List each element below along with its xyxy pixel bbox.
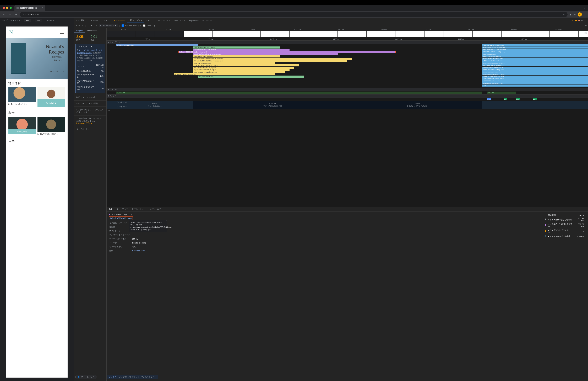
reload-record-icon[interactable]: ⟳ <box>79 24 80 27</box>
new-tab-button[interactable]: + <box>47 6 51 10</box>
phases-track[interactable]: イアウト シフト スレッドプール 520 msリソース読み込…1,358 msリ… <box>106 101 588 109</box>
tab-sources[interactable]: ソース <box>100 18 109 23</box>
network-track[interactable]: n-recipes.com/ (n-recipes…service-logo-b… <box>106 44 588 88</box>
account-icon[interactable]: ◉ <box>569 13 572 16</box>
reload-button[interactable]: ⟳ <box>14 12 19 17</box>
tab-network[interactable]: ▲ネットワーク <box>109 18 127 23</box>
phase-block[interactable]: 1,066 ms要素のレンダリングの遅延 <box>352 101 482 109</box>
network-bar[interactable]: e40d2e790fd8a39b-s.woff2 (n-reci… <box>482 78 588 80</box>
chevron-down-icon[interactable]: ⌄ <box>582 5 587 10</box>
network-bar[interactable]: service-logo-black.svg (n-recip… <box>193 46 280 48</box>
network-bar[interactable]: c326b0cdb1ff52dc-s.woff2 (n-recip… <box>482 76 588 78</box>
tab-memory[interactable]: メモリ <box>144 18 153 23</box>
network-bar[interactable]: webpack-900393a1f6ca9ab… <box>193 55 280 57</box>
tab-summary[interactable]: 概要 <box>106 207 114 211</box>
network-bar[interactable]: b763df3fde70194d-s.woff2 (n-rec… <box>482 44 588 46</box>
tab-annotations[interactable]: Annotations <box>85 28 99 33</box>
timing-marker-fcp[interactable]: FCP <box>516 98 520 100</box>
upload-icon[interactable]: ⬆ <box>87 24 89 27</box>
tab-lighthouse[interactable]: Lighthouse <box>188 18 200 23</box>
tab-elements[interactable]: 要素 <box>79 18 86 23</box>
track-header-frames[interactable]: ▶ フレーム <box>106 88 588 91</box>
overview-ruler[interactable]: 977 ms1,977 ms2,977 ms3,9774,977 ms5,977… <box>106 28 588 31</box>
frames-track[interactable]: 3,013.9 ms 266.6 ms <box>106 91 588 94</box>
phase-row[interactable]: リソース読み込みの遅延17% <box>77 73 104 79</box>
network-bar[interactable]: 35d4bf9e7fbea0ad.css (n-recipes.com) <box>193 53 338 55</box>
track-header-timing[interactable]: タイミング <box>106 94 588 98</box>
network-bar[interactable]: a58564e6b07ef941-s.woff2 (n-reci… <box>482 73 588 75</box>
frame-bar[interactable]: 266.6 ms <box>487 91 516 94</box>
tab-application[interactable]: アプリケーション <box>153 18 172 23</box>
tracks-area[interactable]: ▼ ネットワーク n-recipes.com/ (n-recipes…servi… <box>106 41 588 207</box>
trash-icon[interactable]: 🗑 <box>153 25 155 27</box>
request-url-link[interactable]: 3a3ba2e4309d9c35.css ⊕ <box>109 217 133 220</box>
network-bar[interactable]: bc17517dbce8f4c9-s.woff2 (n-re… <box>482 64 588 67</box>
maximize-window-icon[interactable] <box>10 7 12 9</box>
network-bar[interactable]: 970-f28ee3e89dd37318.js (n-rec… <box>193 67 294 69</box>
lcp-phases-section[interactable]: フェーズ別の LCP 各フェーズには、それに適した改善戦略があります。 理想的な… <box>75 44 105 93</box>
tab-eventlog[interactable]: イベントログ <box>147 207 163 211</box>
timing-marker-fp[interactable]: FP <box>504 98 507 100</box>
profile-avatar[interactable]: B <box>578 12 582 17</box>
tab-security[interactable]: セキュリティ <box>172 18 187 23</box>
site-info-icon[interactable]: ⊡ <box>22 13 23 16</box>
insight-item[interactable]: LCP リクエストの検出 <box>74 94 106 100</box>
more-button[interactable]: もっとみる <box>38 99 65 107</box>
recipe-card[interactable]: 1. 【ねぎ油香る】ひじき… <box>38 117 65 135</box>
hero-link[interactable]: レシピポリシー ⇢ <box>46 70 64 73</box>
tab-calltree[interactable]: 呼び出しツリー <box>130 207 147 211</box>
phase-row[interactable]: リソースの読み込み時間44% <box>77 79 104 85</box>
network-bar[interactable]: 4bd1b696-6d761abcaacc0c75.js (n-recipes… <box>193 58 352 60</box>
tab-recorder[interactable]: レコーダー <box>201 18 213 23</box>
network-bar[interactable]: df95a6ad3b01709b-s.woff2 (n-re… <box>482 82 588 84</box>
timing-track[interactable]: DCL FP FCP LCP <box>106 98 588 101</box>
timing-marker-dcl[interactable]: DCL <box>487 98 491 100</box>
clear-icon[interactable]: ⊘ <box>82 24 84 27</box>
cls-metric[interactable]: 0.01 CLS <box>90 35 97 41</box>
collapse-icon[interactable]: ⊟ <box>585 24 587 27</box>
network-bar[interactable]: image (n-recipes.com) <box>198 76 304 78</box>
network-bar[interactable]: layout-cd8ee2ff66d5d648.js (n-r… <box>193 69 290 71</box>
insight-pill[interactable]: インサイト レンダリングをブロックしているリクエスト <box>106 375 158 379</box>
network-bar[interactable]: n-recipes.com/ (n-recipes… <box>116 44 198 46</box>
more-icon[interactable]: ⋮ <box>584 19 586 22</box>
network-bar[interactable]: b64533ccf8b1633e-s.woff2 (n… <box>482 55 588 57</box>
network-bar[interactable]: 80966528b2cf17907-s.woff2 (n-recipe… <box>482 51 588 53</box>
width-input[interactable] <box>24 19 31 22</box>
inspect-element-icon[interactable]: ⬚ <box>75 19 77 22</box>
url-bar[interactable]: ⊡ n-recipes.com ☆ <box>20 12 567 17</box>
more-menu-icon[interactable]: ⋮ <box>583 13 587 16</box>
insight-item[interactable]: ビューポートがモバイル向けに最適化されていません Est savings: 30… <box>74 115 106 126</box>
insight-item[interactable]: サードパーティ <box>74 126 106 132</box>
network-bar[interactable]: 203d89bfc5-a03e8b… <box>482 53 588 55</box>
network-bar[interactable]: 3a3ba2e4309d9c35.css (n-recipes.com) <box>179 51 396 53</box>
frame-bar[interactable]: 3,013.9 ms <box>116 91 482 94</box>
track-header-network[interactable]: ▼ ネットワーク <box>106 41 588 44</box>
network-bar[interactable]: 32fd801d3c41163f-s.woff2 (n-recip… <box>482 69 588 71</box>
device-size-label[interactable]: サイズ: レスポンシブ <box>2 19 20 22</box>
network-bar[interactable]: a76b… <box>482 85 588 87</box>
tab-bottomup[interactable]: ボトムアップ <box>114 207 130 211</box>
close-window-icon[interactable] <box>3 7 5 9</box>
browser-tab[interactable]: Nozomi's Recipes × <box>14 5 45 11</box>
network-bar[interactable]: eaf8977e732bed0c-s.woff2 (n-reci… <box>482 80 588 82</box>
back-button[interactable]: ← <box>1 12 6 17</box>
network-bar[interactable]: main-app-946cd85264… <box>193 62 275 64</box>
network-bar[interactable]: 65c7b7aa4f57e5151-s.woff2 (n-recipe… <box>482 49 588 51</box>
warning-icon[interactable]: ▲ <box>572 20 574 22</box>
extensions-icon[interactable]: ⧉ <box>573 13 576 16</box>
download-icon[interactable]: ⬇ <box>91 24 92 27</box>
recording-select[interactable]: n-recipes.com #1 ▾ <box>99 24 118 27</box>
close-tab-icon[interactable]: × <box>42 7 43 9</box>
detail-ruler[interactable]: 477 ms977 ms1,477 ms1,977 ms2,477 ms2,97… <box>106 38 588 41</box>
insight-item[interactable]: レイアウト シフトの原因 <box>74 100 106 107</box>
insight-item[interactable]: レンダリングをブロックしているリクエスト <box>74 107 106 115</box>
phase-block[interactable]: 1,358 msリソースの読み込み時間 <box>193 101 352 109</box>
more-button[interactable]: もっとみる <box>8 129 36 134</box>
gpu-track[interactable]: GPU <box>106 109 588 113</box>
phase-row[interactable]: 要素のレンダリングの遅延35% <box>77 85 104 91</box>
initiator-link[interactable]: n-recipes.com/ <box>132 250 145 252</box>
tab-console[interactable]: コンソール <box>87 18 100 23</box>
hamburger-menu-icon[interactable] <box>60 31 64 34</box>
screenshot-checkbox[interactable]: スクリーンショット <box>122 24 142 27</box>
